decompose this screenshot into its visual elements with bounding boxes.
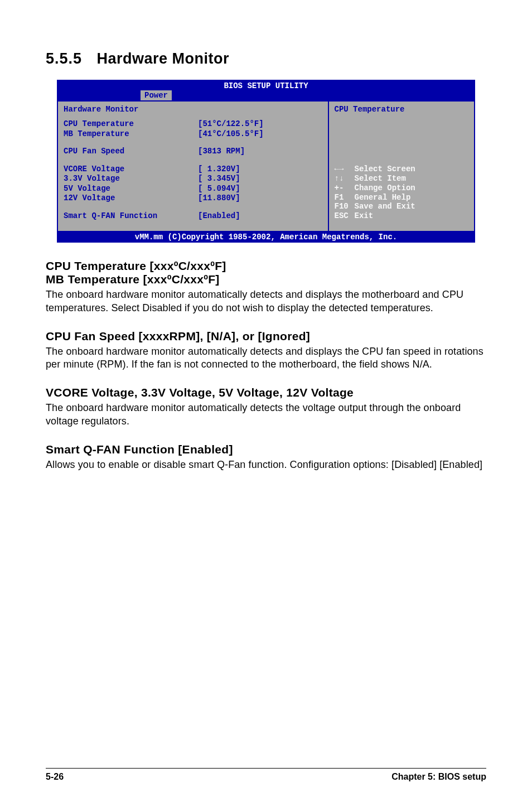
bios-row-fan-speed[interactable]: CPU Fan Speed [3813 RPM]	[64, 147, 322, 157]
nav-desc: Change Option	[355, 183, 415, 193]
row-value: [Enabled]	[198, 211, 322, 221]
bios-panel-title: Hardware Monitor	[64, 105, 322, 114]
section-title: Hardware Monitor	[97, 50, 230, 67]
paragraph-temp: The onboard hardware monitor automatical…	[46, 288, 486, 315]
row-label: MB Temperature	[64, 129, 198, 139]
row-value: [11.880V]	[198, 194, 322, 204]
row-label: CPU Temperature	[64, 119, 198, 129]
nav-key-esc: ESC	[335, 211, 355, 221]
paragraph-fan: The onboard hardware monitor automatical…	[46, 345, 486, 372]
row-label: Smart Q-FAN Function	[64, 211, 198, 221]
row-label: 12V Voltage	[64, 194, 198, 204]
row-value: [ 1.320V]	[198, 165, 322, 175]
nav-row: ↑↓ Select Item	[335, 174, 469, 183]
nav-desc: Exit	[355, 211, 374, 221]
subheading-temp-1: CPU Temperature [xxxºC/xxxºF]	[46, 259, 486, 273]
nav-desc: Select Item	[355, 174, 406, 183]
paragraph-qfan: Allows you to enable or disable smart Q-…	[46, 458, 486, 472]
row-value: [41°C/105.5°F]	[198, 129, 322, 139]
row-value: [ 3.345V]	[198, 174, 322, 184]
nav-desc: General Help	[355, 193, 411, 202]
bios-panels: Hardware Monitor CPU Temperature [51°C/1…	[57, 100, 475, 232]
row-value: [3813 RPM]	[198, 147, 322, 157]
section-number: 5.5.5	[46, 50, 82, 67]
subheading-fan: CPU Fan Speed [xxxxRPM], [N/A], or [Igno…	[46, 330, 486, 343]
nav-key-f10: F10	[335, 202, 355, 211]
nav-row: ESC Exit	[335, 211, 469, 221]
nav-key-arrows-lr-icon: ←→	[335, 165, 355, 174]
bios-row-3v3[interactable]: 3.3V Voltage [ 3.345V]	[64, 174, 322, 184]
nav-key-arrows-ud-icon: ↑↓	[335, 174, 355, 183]
bios-screenshot: BIOS SETUP UTILITY Power Hardware Monito…	[57, 80, 475, 243]
nav-row: +- Change Option	[335, 183, 469, 193]
bios-row-12v[interactable]: 12V Voltage [11.880V]	[64, 194, 322, 204]
nav-key-plusminus-icon: +-	[335, 183, 355, 193]
row-label: 5V Voltage	[64, 184, 198, 194]
bios-footer-copyright: vMM.mm (C)Copyright 1985-2002, American …	[57, 232, 475, 243]
footer-rule	[46, 768, 486, 769]
row-value: [ 5.094V]	[198, 184, 322, 194]
nav-row: F1 General Help	[335, 193, 469, 202]
chapter-title: Chapter 5: BIOS setup	[391, 772, 486, 782]
bios-row-5v[interactable]: 5V Voltage [ 5.094V]	[64, 184, 322, 194]
bios-row-vcore[interactable]: VCORE Voltage [ 1.320V]	[64, 165, 322, 175]
nav-desc: Save and Exit	[355, 202, 415, 211]
row-label: CPU Fan Speed	[64, 147, 198, 157]
bios-help-title: CPU Temperature	[335, 105, 469, 114]
subheading-qfan: Smart Q-FAN Function [Enabled]	[46, 443, 486, 456]
row-label: VCORE Voltage	[64, 165, 198, 175]
row-value: [51°C/122.5°F]	[198, 119, 322, 129]
bios-row-mb-temp[interactable]: MB Temperature [41°C/105.5°F]	[64, 129, 322, 139]
nav-desc: Select Screen	[355, 165, 415, 174]
bios-nav-hints: ←→ Select Screen ↑↓ Select Item +- Chang…	[335, 165, 469, 221]
bios-left-panel: Hardware Monitor CPU Temperature [51°C/1…	[57, 100, 329, 232]
bios-right-panel: CPU Temperature ←→ Select Screen ↑↓ Sele…	[329, 100, 476, 232]
bios-header-title: BIOS SETUP UTILITY	[57, 80, 475, 90]
subheading-temp-2: MB Temperature [xxxºC/xxxºF]	[46, 273, 486, 286]
bios-row-qfan[interactable]: Smart Q-FAN Function [Enabled]	[64, 211, 322, 221]
section-heading: 5.5.5 Hardware Monitor	[46, 50, 486, 80]
bios-tab-row: Power	[57, 90, 475, 100]
page-number: 5-26	[46, 772, 64, 782]
nav-key-f1: F1	[335, 193, 355, 202]
page-footer: 5-26 Chapter 5: BIOS setup	[46, 768, 486, 782]
nav-row: F10 Save and Exit	[335, 202, 469, 211]
bios-tab-power[interactable]: Power	[141, 90, 172, 100]
bios-row-cpu-temp[interactable]: CPU Temperature [51°C/122.5°F]	[64, 119, 322, 129]
subheading-voltage: VCORE Voltage, 3.3V Voltage, 5V Voltage,…	[46, 386, 486, 399]
paragraph-voltage: The onboard hardware monitor automatical…	[46, 402, 486, 428]
nav-row: ←→ Select Screen	[335, 165, 469, 174]
row-label: 3.3V Voltage	[64, 174, 198, 184]
